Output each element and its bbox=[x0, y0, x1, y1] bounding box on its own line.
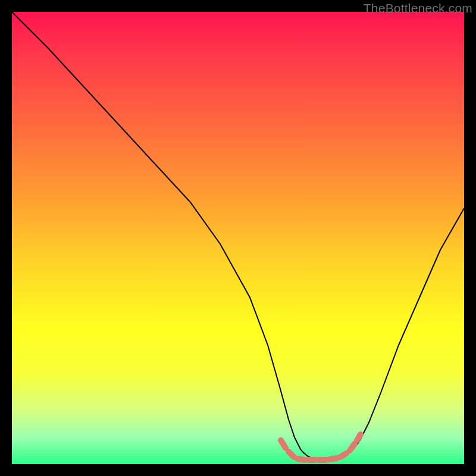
svg-line-8 bbox=[350, 444, 355, 450]
plot-area bbox=[12, 12, 464, 464]
svg-line-7 bbox=[340, 453, 346, 457]
bottleneck-curve bbox=[12, 12, 464, 464]
svg-line-6 bbox=[330, 458, 337, 459]
svg-line-9 bbox=[357, 434, 361, 440]
svg-line-3 bbox=[298, 459, 305, 460]
chart-frame: TheBottleneck.com bbox=[0, 0, 476, 476]
curve-path bbox=[12, 12, 464, 459]
watermark-text: TheBottleneck.com bbox=[364, 1, 472, 15]
valley-markers bbox=[281, 434, 361, 460]
svg-line-2 bbox=[289, 452, 294, 457]
svg-line-1 bbox=[281, 440, 286, 448]
